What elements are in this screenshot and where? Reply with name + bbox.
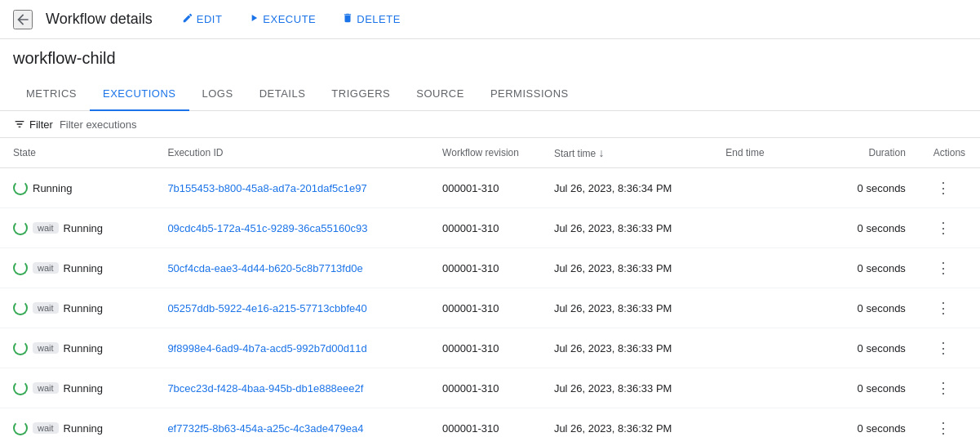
delete-label: DELETE [357, 13, 401, 25]
execution-id-cell: 9f8998e4-6ad9-4b7a-acd5-992b7d00d11d [154, 328, 429, 368]
state-label: Running [64, 342, 103, 355]
header-actions: EDIT EXECUTE DELETE [172, 7, 410, 31]
actions-cell: ⋮ [919, 328, 980, 368]
duration-cell: 0 seconds [816, 368, 919, 408]
end-time-cell [712, 368, 815, 408]
wait-badge: wait [33, 262, 59, 274]
row-actions-button[interactable]: ⋮ [932, 297, 955, 319]
back-button[interactable] [13, 10, 33, 29]
execution-id-link[interactable]: ef7732f5-8b63-454a-a25c-4c3ade479ea4 [167, 422, 363, 435]
state-cell: waitRunning [0, 368, 154, 408]
delete-button[interactable]: DELETE [332, 7, 410, 31]
start-time-cell: Jul 26, 2023, 8:36:33 PM [541, 288, 712, 328]
table-header: State Execution ID Workflow revision Sta… [0, 138, 980, 168]
execution-id-cell: 09cdc4b5-172a-451c-9289-36ca55160c93 [154, 208, 429, 248]
tab-source[interactable]: SOURCE [403, 78, 477, 111]
end-time-cell [712, 288, 815, 328]
col-header-state: State [0, 138, 154, 168]
page-header: Workflow details EDIT EXECUTE DELETE [0, 0, 980, 39]
wait-badge: wait [33, 302, 59, 314]
col-header-end-time: End time [712, 138, 815, 168]
tab-metrics[interactable]: METRICS [13, 78, 90, 111]
filter-bar: Filter Filter executions [0, 111, 980, 138]
edit-button[interactable]: EDIT [172, 7, 233, 31]
duration-cell: 0 seconds [816, 168, 919, 208]
table-row: waitRunning05257ddb-5922-4e16-a215-57713… [0, 288, 980, 328]
running-spinner-icon [13, 341, 28, 355]
workflow-name: workflow-child [0, 39, 980, 78]
state-cell: waitRunning [0, 328, 154, 368]
row-actions-button[interactable]: ⋮ [932, 216, 955, 239]
execution-id-link[interactable]: 9f8998e4-6ad9-4b7a-acd5-992b7d00d11d [167, 342, 366, 355]
execution-id-link[interactable]: 09cdc4b5-172a-451c-9289-36ca55160c93 [167, 222, 367, 234]
duration-cell: 0 seconds [816, 288, 919, 328]
row-actions-button[interactable]: ⋮ [932, 417, 955, 437]
state-label: Running [64, 302, 103, 314]
row-actions-button[interactable]: ⋮ [932, 337, 955, 359]
tab-triggers[interactable]: TRIGGERS [318, 78, 403, 111]
start-time-cell: Jul 26, 2023, 8:36:33 PM [541, 328, 712, 368]
execution-id-cell: 7bcec23d-f428-4baa-945b-db1e888eee2f [154, 368, 429, 408]
start-time-cell: Jul 26, 2023, 8:36:33 PM [541, 248, 712, 288]
tab-details[interactable]: DETAILS [246, 78, 319, 111]
tab-executions[interactable]: EXECUTIONS [90, 78, 189, 111]
filter-label: Filter [29, 118, 53, 131]
revision-cell: 000001-310 [429, 248, 541, 288]
start-time-cell: Jul 26, 2023, 8:36:32 PM [541, 408, 712, 438]
tab-permissions[interactable]: PERMISSIONS [477, 78, 582, 111]
row-actions-button[interactable]: ⋮ [932, 176, 955, 199]
revision-cell: 000001-310 [429, 208, 541, 248]
actions-cell: ⋮ [919, 168, 980, 208]
running-spinner-icon [13, 421, 28, 435]
tab-logs[interactable]: LOGS [189, 78, 246, 111]
edit-icon [182, 12, 193, 26]
sort-desc-icon: ↓ [599, 146, 605, 159]
start-time-cell: Jul 26, 2023, 8:36:33 PM [541, 368, 712, 408]
execution-id-link[interactable]: 50cf4cda-eae3-4d44-b620-5c8b7713fd0e [167, 262, 362, 274]
wait-badge: wait [33, 222, 59, 234]
execution-id-cell: ef7732f5-8b63-454a-a25c-4c3ade479ea4 [154, 408, 429, 438]
executions-table: State Execution ID Workflow revision Sta… [0, 138, 980, 437]
execution-id-link[interactable]: 7bcec23d-f428-4baa-945b-db1e888eee2f [167, 382, 363, 395]
row-actions-button[interactable]: ⋮ [932, 256, 955, 279]
end-time-cell [712, 408, 815, 438]
filter-button[interactable]: Filter [13, 118, 53, 131]
execute-icon [248, 12, 259, 26]
state-cell: waitRunning [0, 208, 154, 248]
revision-cell: 000001-310 [429, 168, 541, 208]
col-header-execution-id: Execution ID [154, 138, 429, 168]
running-spinner-icon [13, 301, 28, 315]
revision-cell: 000001-310 [429, 288, 541, 328]
end-time-cell [712, 208, 815, 248]
table-row: waitRunning09cdc4b5-172a-451c-9289-36ca5… [0, 208, 980, 248]
state-label: Running [64, 382, 103, 395]
execution-id-cell: 05257ddb-5922-4e16-a215-57713cbbfe40 [154, 288, 429, 328]
tabs-bar: METRICS EXECUTIONS LOGS DETAILS TRIGGERS… [0, 78, 980, 111]
execution-id-cell: 7b155453-b800-45a8-ad7a-201daf5c1e97 [154, 168, 429, 208]
row-actions-button[interactable]: ⋮ [932, 377, 955, 399]
delete-icon [342, 12, 353, 26]
execution-id-link[interactable]: 7b155453-b800-45a8-ad7a-201daf5c1e97 [167, 182, 366, 194]
col-header-duration: Duration [816, 138, 919, 168]
state-cell: waitRunning [0, 408, 154, 438]
start-time-cell: Jul 26, 2023, 8:36:34 PM [541, 168, 712, 208]
state-label: Running [33, 182, 72, 194]
edit-label: EDIT [197, 13, 223, 25]
end-time-cell [712, 248, 815, 288]
filter-placeholder: Filter executions [60, 118, 137, 131]
execution-id-link[interactable]: 05257ddb-5922-4e16-a215-57713cbbfe40 [167, 302, 366, 314]
running-spinner-icon [13, 181, 28, 195]
revision-cell: 000001-310 [429, 408, 541, 438]
table-row: waitRunning7bcec23d-f428-4baa-945b-db1e8… [0, 368, 980, 408]
col-header-workflow-revision: Workflow revision [429, 138, 541, 168]
table-row: waitRunning9f8998e4-6ad9-4b7a-acd5-992b7… [0, 328, 980, 368]
col-header-start-time[interactable]: Start time ↓ [541, 138, 712, 168]
state-cell: waitRunning [0, 288, 154, 328]
execute-button[interactable]: EXECUTE [238, 7, 326, 31]
table-row: Running7b155453-b800-45a8-ad7a-201daf5c1… [0, 168, 980, 208]
running-spinner-icon [13, 381, 28, 395]
duration-cell: 0 seconds [816, 328, 919, 368]
state-label: Running [64, 422, 103, 435]
start-time-cell: Jul 26, 2023, 8:36:33 PM [541, 208, 712, 248]
revision-cell: 000001-310 [429, 328, 541, 368]
